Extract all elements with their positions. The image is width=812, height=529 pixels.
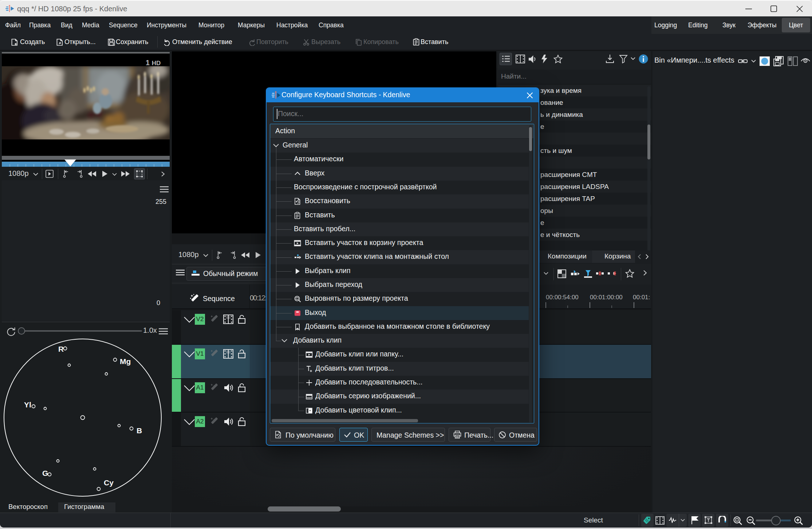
svg-text:Yl: Yl <box>24 400 31 409</box>
svg-text:Cy: Cy <box>104 478 114 487</box>
svg-text:R: R <box>58 345 64 353</box>
svg-text:G: G <box>42 469 48 477</box>
svg-text:B: B <box>137 426 142 435</box>
svg-text:Mg: Mg <box>120 357 131 366</box>
